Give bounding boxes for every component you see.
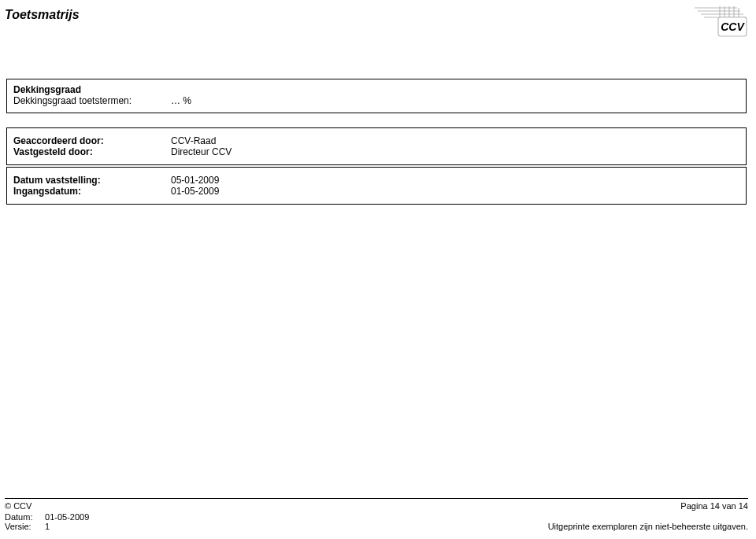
page-title: Toetsmatrijs	[5, 5, 80, 22]
approval-section: Geaccordeerd door: CCV-Raad Vastgesteld …	[6, 127, 747, 165]
vaststelling-label: Datum vaststelling:	[13, 175, 171, 186]
footer-print-note: Uitgeprinte exemplaren zijn niet-beheers…	[548, 522, 748, 531]
dekkingsgraad-value: … %	[171, 95, 191, 106]
footer-copyright: © CCV	[5, 501, 32, 511]
dekkingsgraad-row: Dekkingsgraad toetstermen: … %	[13, 95, 739, 106]
svg-text:CCV: CCV	[721, 20, 745, 33]
footer: © CCV Pagina 14 van 14 Datum: 01-05-2009…	[5, 498, 748, 531]
footer-meta: Datum: 01-05-2009 Versie: 1	[5, 512, 89, 531]
footer-versie-value: 1	[45, 522, 50, 531]
accorded-label: Geaccordeerd door:	[13, 135, 171, 146]
ingangs-row: Ingangsdatum: 01-05-2009	[13, 186, 739, 197]
footer-bottom: Datum: 01-05-2009 Versie: 1 Uitgeprinte …	[5, 512, 748, 531]
footer-datum-value: 01-05-2009	[45, 512, 89, 522]
vaststelling-row: Datum vaststelling: 05-01-2009	[13, 175, 739, 186]
dekkingsgraad-label: Dekkingsgraad toetstermen:	[13, 95, 171, 106]
footer-top: © CCV Pagina 14 van 14	[5, 501, 748, 511]
page-container: Toetsmatrijs CCV Dekkingsgraad	[0, 0, 756, 539]
vaststelling-value: 05-01-2009	[171, 175, 219, 186]
dates-section: Datum vaststelling: 05-01-2009 Ingangsda…	[6, 167, 747, 205]
accorded-value: CCV-Raad	[171, 135, 216, 146]
footer-datum-label: Datum:	[5, 512, 43, 522]
ccv-logo-icon: CCV	[685, 5, 748, 39]
dekkingsgraad-section: Dekkingsgraad Dekkingsgraad toetstermen:…	[6, 79, 747, 113]
vastgesteld-value: Directeur CCV	[171, 146, 232, 157]
dekkingsgraad-heading: Dekkingsgraad	[13, 84, 739, 95]
ingangs-value: 01-05-2009	[171, 186, 219, 197]
footer-versie-label: Versie:	[5, 522, 43, 531]
accorded-row: Geaccordeerd door: CCV-Raad	[13, 135, 739, 146]
header: Toetsmatrijs CCV	[5, 5, 748, 44]
vastgesteld-row: Vastgesteld door: Directeur CCV	[13, 146, 739, 157]
footer-page: Pagina 14 van 14	[680, 501, 748, 511]
ingangs-label: Ingangsdatum:	[13, 186, 171, 197]
vastgesteld-label: Vastgesteld door:	[13, 146, 171, 157]
